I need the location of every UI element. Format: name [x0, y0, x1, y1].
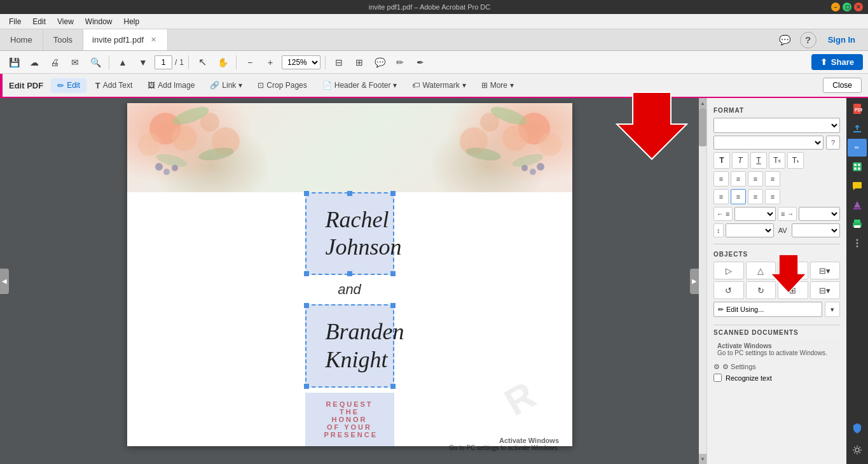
replace-button[interactable]: ⊞	[778, 281, 808, 299]
subscript-button[interactable]: T₁	[787, 152, 804, 169]
edit-button[interactable]: ✏ Edit	[51, 78, 86, 93]
line-spacing-select[interactable]	[726, 223, 774, 237]
next-page-button[interactable]: ▼	[134, 53, 152, 71]
menu-edit[interactable]: Edit	[27, 16, 51, 27]
select-tool-button[interactable]: ↖	[193, 53, 211, 71]
scroll-down-button[interactable]: ▼	[699, 454, 706, 464]
crop-button[interactable]: ⊟	[330, 53, 348, 71]
name-box-1[interactable]: Rachel Johnson	[305, 192, 394, 275]
left-scroll-tab[interactable]: ◀	[0, 269, 9, 294]
comment-button[interactable]: 💬	[371, 53, 389, 71]
align-obj-button[interactable]: ⊟▾	[810, 262, 841, 279]
sign-button[interactable]: ✒	[411, 53, 429, 71]
zoom-in-button[interactable]: +	[261, 53, 279, 71]
add-text-button[interactable]: T Add Text	[89, 78, 139, 93]
numbered-list-style-button[interactable]: ≡	[765, 171, 780, 186]
bullet-list-style-button[interactable]: ≡	[731, 171, 746, 186]
organize-icon[interactable]	[848, 158, 867, 176]
settings-tool-icon[interactable]	[848, 441, 867, 459]
right-scrollbar[interactable]: ▲ ▼	[699, 98, 706, 464]
tab-tools[interactable]: Tools	[43, 29, 83, 50]
maximize-button[interactable]: ◻	[843, 3, 851, 11]
font-dropdown[interactable]	[713, 118, 840, 133]
prev-page-button[interactable]: ▲	[114, 53, 132, 71]
name-box-2[interactable]: Branden Knight	[305, 304, 394, 387]
numbered-list-button[interactable]: ≡	[748, 171, 763, 186]
help-button-format[interactable]: ?	[826, 136, 840, 150]
group-button[interactable]: ⊟▾	[810, 281, 841, 299]
watermark-button[interactable]: 🏷 Watermark ▾	[406, 78, 472, 92]
share-button[interactable]: ⬆ Share	[811, 54, 863, 70]
menu-file[interactable]: File	[4, 16, 26, 27]
right-scroll-tab[interactable]: ▶	[690, 269, 699, 294]
italic-button[interactable]: T	[732, 152, 748, 169]
tab-home[interactable]: Home	[0, 29, 43, 50]
upload-button[interactable]: ☁	[25, 53, 43, 71]
scroll-thumb[interactable]	[699, 108, 706, 146]
highlight-tool-icon[interactable]	[848, 196, 867, 214]
menu-view[interactable]: View	[52, 16, 79, 27]
email-button[interactable]: ✉	[66, 53, 84, 71]
settings-row[interactable]: ⚙ ⚙ Settings	[713, 363, 840, 371]
hand-tool-button[interactable]: ✋	[214, 53, 231, 71]
save-button[interactable]: 💾	[5, 53, 23, 71]
honor-box[interactable]: REQUEST THE HONOR OF YOUR PRESENCE	[305, 393, 394, 446]
crop-obj-button[interactable]: ⊡	[778, 262, 808, 279]
export-icon[interactable]	[848, 120, 867, 137]
share-icon: ⬆	[820, 57, 827, 67]
indent-right-button[interactable]: ≡ →	[778, 207, 797, 221]
sign-in-button[interactable]: Sign In	[823, 32, 860, 47]
edit-using-dropdown[interactable]: ▾	[825, 302, 840, 317]
close-window-button[interactable]: ✕	[5, 3, 14, 11]
reduce-button[interactable]: 🔍	[86, 53, 104, 71]
menu-window[interactable]: Window	[80, 16, 118, 27]
flip-h-button[interactable]: ▷	[713, 262, 744, 279]
close-edit-button[interactable]: Close	[823, 78, 862, 93]
chat-button[interactable]: 💬	[777, 32, 794, 48]
header-footer-button[interactable]: 📄 Header & Footer ▾	[316, 78, 404, 92]
ocr-button[interactable]: ⊞	[350, 53, 368, 71]
bold-button[interactable]: T	[713, 152, 730, 169]
superscript-button[interactable]: Ts	[769, 152, 785, 169]
scroll-up-button[interactable]: ▲	[699, 98, 706, 108]
close-button[interactable]: ✕	[854, 3, 863, 11]
indent-style-select[interactable]	[799, 207, 840, 221]
link-button[interactable]: 🔗 Link ▾	[203, 78, 249, 92]
tab-file[interactable]: invite pdf1.pdf ✕	[83, 29, 168, 50]
shield-icon[interactable]	[848, 419, 867, 437]
edit-tool-icon[interactable]: ✏	[848, 139, 867, 157]
pdf-tool-icon[interactable]: PDF	[848, 101, 867, 118]
bullet-list-button[interactable]: ≡	[713, 171, 729, 186]
minimize-button[interactable]: –	[831, 3, 840, 11]
edit-using-button[interactable]: ✏ Edit Using...	[713, 302, 822, 317]
align-justify-button[interactable]: ≡	[765, 189, 780, 204]
line-spacing-button[interactable]: ↕	[713, 223, 724, 237]
more-button[interactable]: ⊞ More ▾	[475, 78, 520, 92]
flip-v-button[interactable]: △	[746, 262, 776, 279]
help-button[interactable]: ?	[800, 32, 816, 48]
indent-left-button[interactable]: ← ≡	[713, 207, 733, 221]
rotate-right-button[interactable]: ↻	[746, 281, 776, 299]
font-size-dropdown[interactable]	[713, 136, 823, 150]
print-button[interactable]: 🖨	[46, 53, 64, 71]
page-input[interactable]	[155, 55, 172, 69]
align-left-button[interactable]: ≡	[713, 189, 729, 204]
align-center-button[interactable]: ≡	[731, 189, 746, 204]
more-tools-icon[interactable]	[848, 234, 867, 252]
zoom-out-button[interactable]: −	[241, 53, 259, 71]
crop-pages-button[interactable]: ⊡ Crop Pages	[251, 78, 313, 92]
scroll-track[interactable]	[699, 108, 706, 454]
underline-button[interactable]: T	[750, 152, 767, 169]
zoom-select[interactable]: 125% 100% 75% 150%	[282, 55, 320, 69]
align-right-button[interactable]: ≡	[748, 189, 763, 204]
print-tool-icon[interactable]	[848, 215, 867, 233]
indent-select[interactable]	[734, 207, 776, 221]
draw-button[interactable]: ✏	[391, 53, 409, 71]
char-spacing-select[interactable]	[792, 223, 840, 237]
rotate-left-button[interactable]: ↺	[713, 281, 744, 299]
add-image-button[interactable]: 🖼 Add Image	[141, 78, 201, 92]
recognize-checkbox[interactable]	[713, 374, 722, 382]
menu-help[interactable]: Help	[119, 16, 145, 27]
tab-close-button[interactable]: ✕	[149, 35, 158, 45]
comment-tool-icon[interactable]	[848, 177, 867, 195]
